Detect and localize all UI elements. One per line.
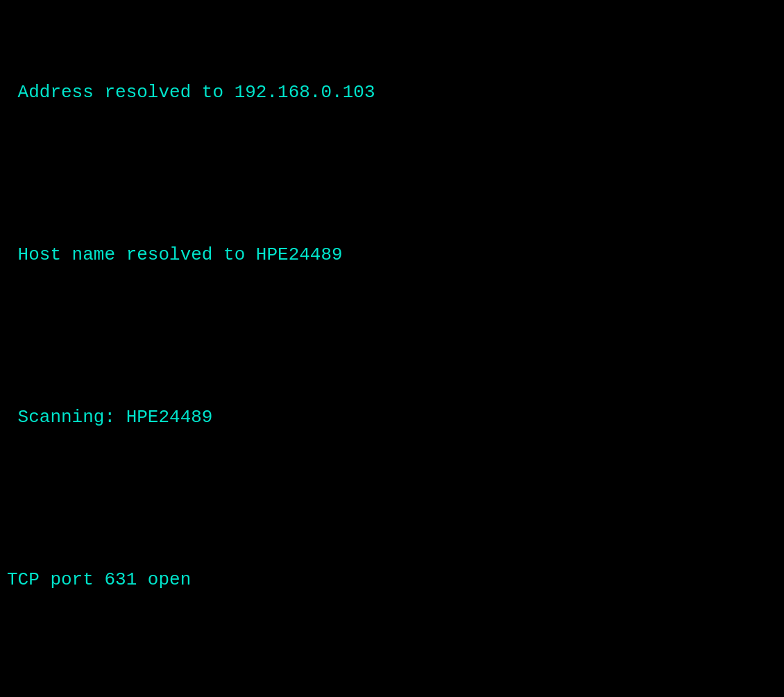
terminal-line-1: Address resolved to 192.168.0.103 (7, 78, 777, 108)
terminal-line-2: Host name resolved to HPE24489 (7, 241, 777, 270)
terminal-output: Address resolved to 192.168.0.103 Host n… (0, 0, 784, 697)
blank-2 (7, 328, 777, 346)
terminal-line-4: TCP port 631 open (7, 566, 777, 595)
terminal-line-3: Scanning: HPE24489 (7, 403, 777, 433)
blank-1 (7, 165, 777, 183)
blank-4 (7, 653, 777, 671)
blank-3 (7, 490, 777, 508)
